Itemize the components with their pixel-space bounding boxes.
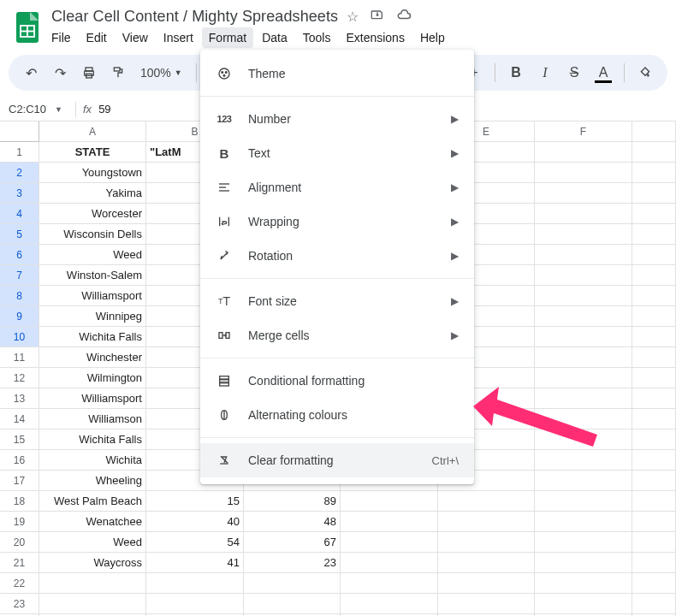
cell[interactable]: Williamsport bbox=[39, 388, 146, 409]
row-header[interactable]: 19 bbox=[0, 512, 39, 532]
menu-item-text[interactable]: BText▶ bbox=[200, 136, 474, 170]
cell[interactable] bbox=[632, 204, 676, 224]
menu-item-rotation[interactable]: Rotation▶ bbox=[200, 239, 474, 273]
menubar-item-help[interactable]: Help bbox=[413, 27, 452, 48]
cell[interactable]: Williamsport bbox=[39, 286, 146, 306]
doc-title[interactable]: Clear Cell Content / Mighty Spreadsheets bbox=[51, 8, 338, 26]
menubar-item-extensions[interactable]: Extensions bbox=[339, 27, 411, 48]
cell[interactable]: Youngstown bbox=[39, 163, 146, 183]
row-header[interactable]: 11 bbox=[0, 347, 39, 368]
cell[interactable] bbox=[535, 491, 632, 512]
cell[interactable] bbox=[535, 265, 632, 286]
cell[interactable] bbox=[535, 306, 632, 327]
cell[interactable] bbox=[632, 286, 676, 306]
cell[interactable] bbox=[535, 471, 632, 491]
cell[interactable] bbox=[146, 594, 244, 614]
cell[interactable]: 89 bbox=[244, 491, 341, 512]
menu-item-number[interactable]: 123Number▶ bbox=[200, 102, 474, 136]
cell[interactable] bbox=[438, 491, 535, 512]
redo-button[interactable]: ↷ bbox=[48, 61, 72, 85]
cell[interactable] bbox=[535, 224, 632, 245]
cell[interactable] bbox=[632, 224, 676, 245]
row-header[interactable]: 2 bbox=[0, 163, 39, 183]
italic-button[interactable]: I bbox=[533, 61, 557, 85]
cell[interactable]: STATE bbox=[39, 142, 146, 163]
cell[interactable]: Wichita Falls bbox=[39, 327, 146, 347]
cell[interactable] bbox=[632, 142, 676, 163]
name-box[interactable]: C2:C10▼ bbox=[5, 103, 68, 116]
cell[interactable] bbox=[632, 573, 676, 594]
row-header[interactable]: 14 bbox=[0, 409, 39, 429]
cell[interactable] bbox=[632, 163, 676, 183]
cell[interactable] bbox=[535, 409, 632, 429]
cell[interactable] bbox=[632, 306, 676, 327]
cloud-status-icon[interactable] bbox=[396, 7, 412, 26]
menubar-item-view[interactable]: View bbox=[116, 27, 155, 48]
column-header[interactable]: F bbox=[535, 121, 632, 142]
cell[interactable] bbox=[535, 204, 632, 224]
cell[interactable] bbox=[632, 245, 676, 265]
formula-content[interactable]: 59 bbox=[98, 103, 110, 116]
cell[interactable] bbox=[535, 142, 632, 163]
cell[interactable] bbox=[632, 347, 676, 368]
cell[interactable] bbox=[535, 450, 632, 471]
strikethrough-button[interactable]: S bbox=[562, 61, 586, 85]
cell[interactable]: 23 bbox=[244, 553, 341, 573]
menubar-item-insert[interactable]: Insert bbox=[157, 27, 200, 48]
cell[interactable]: Worcester bbox=[39, 204, 146, 224]
cell[interactable] bbox=[341, 512, 438, 532]
cell[interactable] bbox=[632, 471, 676, 491]
cell[interactable]: 40 bbox=[146, 512, 244, 532]
cell[interactable]: Wenatchee bbox=[39, 512, 146, 532]
row-header[interactable]: 18 bbox=[0, 491, 39, 512]
cell[interactable] bbox=[632, 594, 676, 614]
cell[interactable] bbox=[535, 327, 632, 347]
menubar-item-file[interactable]: File bbox=[44, 27, 78, 48]
text-color-button[interactable]: A bbox=[591, 61, 615, 85]
row-header[interactable]: 3 bbox=[0, 183, 39, 204]
row-header[interactable]: 9 bbox=[0, 306, 39, 327]
cell[interactable] bbox=[341, 532, 438, 553]
cell[interactable] bbox=[632, 183, 676, 204]
menu-item-alignment[interactable]: Alignment▶ bbox=[200, 170, 474, 204]
menu-item-wrapping[interactable]: Wrapping▶ bbox=[200, 204, 474, 239]
cell[interactable] bbox=[341, 553, 438, 573]
cell[interactable] bbox=[535, 347, 632, 368]
cell[interactable]: Waycross bbox=[39, 553, 146, 573]
cell[interactable] bbox=[535, 163, 632, 183]
row-header[interactable]: 6 bbox=[0, 245, 39, 265]
row-header[interactable]: 5 bbox=[0, 224, 39, 245]
row-header[interactable]: 21 bbox=[0, 553, 39, 573]
menu-item-alternating-colours[interactable]: Alternating colours bbox=[200, 398, 474, 432]
cell[interactable] bbox=[535, 594, 632, 614]
row-header[interactable]: 8 bbox=[0, 286, 39, 306]
cell[interactable] bbox=[632, 265, 676, 286]
menu-item-font-size[interactable]: TTFont size▶ bbox=[200, 284, 474, 318]
cell[interactable] bbox=[244, 594, 341, 614]
cell[interactable] bbox=[535, 368, 632, 388]
sheets-logo-icon[interactable] bbox=[15, 12, 39, 43]
cell[interactable]: Winchester bbox=[39, 347, 146, 368]
cell[interactable] bbox=[632, 553, 676, 573]
row-header[interactable]: 23 bbox=[0, 594, 39, 614]
cell[interactable]: Weed bbox=[39, 532, 146, 553]
row-header[interactable]: 4 bbox=[0, 204, 39, 224]
fill-color-button[interactable] bbox=[633, 61, 657, 85]
cell[interactable] bbox=[438, 594, 535, 614]
paint-format-button[interactable] bbox=[106, 61, 130, 85]
row-header[interactable]: 20 bbox=[0, 532, 39, 553]
menu-item-clear-formatting[interactable]: Clear formattingCtrl+\ bbox=[200, 443, 474, 477]
column-header[interactable] bbox=[632, 121, 676, 142]
cell[interactable] bbox=[535, 429, 632, 450]
cell[interactable]: West Palm Beach bbox=[39, 491, 146, 512]
select-all-corner[interactable] bbox=[0, 121, 39, 142]
row-header[interactable]: 22 bbox=[0, 573, 39, 594]
cell[interactable] bbox=[438, 553, 535, 573]
cell[interactable] bbox=[632, 532, 676, 553]
cell[interactable] bbox=[632, 512, 676, 532]
cell[interactable] bbox=[39, 573, 146, 594]
cell[interactable] bbox=[341, 491, 438, 512]
row-header[interactable]: 7 bbox=[0, 265, 39, 286]
cell[interactable] bbox=[632, 429, 676, 450]
row-header[interactable]: 10 bbox=[0, 327, 39, 347]
